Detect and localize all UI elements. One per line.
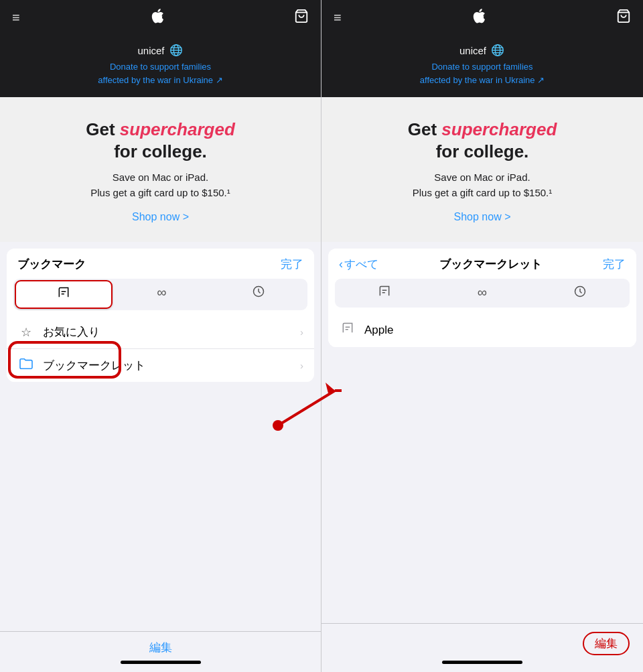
right-bag-icon[interactable] (616, 9, 631, 27)
star-icon: ☆ (17, 325, 35, 340)
left-promo-subtitle: Save on Mac or iPad. Plus get a gift car… (20, 170, 301, 200)
right-bookmark-done-button[interactable]: 完了 (603, 257, 626, 272)
bookmarklets-label: ブックマークレット (43, 358, 292, 373)
left-nav-bar: ≡ (0, 0, 321, 35)
list-item-bookmarklets[interactable]: ブックマークレット › (7, 349, 314, 382)
left-apple-logo (151, 8, 164, 27)
right-tab-reading-list[interactable]: ∞ (434, 280, 530, 306)
right-promo-subtitle: Save on Mac or iPad. Plus get a gift car… (342, 170, 623, 200)
left-bookmark-list: ☆ お気に入り › ブックマークレット › (7, 316, 314, 382)
right-banner: unicef Donate to support families affect… (322, 35, 643, 97)
back-chevron-icon: ‹ (339, 257, 343, 271)
right-panel: ≡ unicef (322, 0, 643, 672)
left-home-indicator (121, 661, 201, 664)
left-unicef-text: unicef (137, 45, 164, 56)
bookmarklets-arrow: › (300, 360, 303, 371)
left-promo: Get supercharged for college. Save on Ma… (0, 97, 321, 242)
right-bookmark-title: ブックマークレット (439, 257, 542, 272)
favorites-arrow: › (300, 326, 303, 338)
left-bookmark-tabs: ∞ (13, 279, 307, 310)
left-unicef-row: unicef (13, 43, 307, 58)
left-shop-now-link[interactable]: Shop now > (132, 211, 189, 222)
favorites-label: お気に入り (43, 324, 292, 340)
left-tab-history[interactable] (211, 280, 306, 309)
right-bookmark-panel: ‹ すべて ブックマークレット 完了 ∞ (328, 249, 636, 347)
right-promo-title: Get supercharged for college. (342, 119, 623, 162)
right-menu-icon[interactable]: ≡ (334, 10, 342, 25)
folder-icon (17, 358, 35, 373)
right-banner-donate-link[interactable]: Donate to support families affected by t… (335, 60, 630, 86)
right-bookmark-list: Apple (328, 313, 636, 347)
right-home-indicator (442, 661, 522, 664)
right-unicef-row: unicef (335, 43, 630, 58)
list-item-favorites[interactable]: ☆ お気に入り › (7, 316, 314, 349)
right-unicef-text: unicef (459, 45, 486, 56)
right-shop-now-link[interactable]: Shop now > (454, 211, 511, 222)
left-tab-bookmarks[interactable] (15, 280, 113, 309)
right-promo: Get supercharged for college. Save on Ma… (322, 97, 643, 242)
apple-label: Apple (364, 324, 393, 337)
back-label: すべて (344, 257, 378, 272)
left-bottom-bar: 編集 (0, 631, 321, 672)
left-bag-icon[interactable] (294, 9, 309, 27)
right-back-nav[interactable]: ‹ すべて (339, 257, 378, 272)
right-tab-bookmarks[interactable] (336, 280, 433, 306)
left-bookmark-title: ブックマーク (17, 257, 86, 272)
right-tab-history[interactable] (532, 280, 628, 306)
left-banner: unicef Donate to support families affect… (0, 35, 321, 97)
left-banner-donate-link[interactable]: Donate to support families affected by t… (13, 60, 307, 86)
left-edit-button[interactable]: 編集 (149, 640, 172, 655)
apple-book-icon (339, 322, 356, 338)
right-bookmark-tabs: ∞ (335, 279, 630, 308)
right-bookmark-header: ‹ すべて ブックマークレット 完了 (328, 249, 636, 276)
right-apple-logo (472, 8, 486, 27)
left-bookmark-done-button[interactable]: 完了 (281, 257, 303, 272)
right-bottom-bar: 編集 (322, 623, 643, 672)
left-bookmark-header: ブックマーク 完了 (7, 249, 314, 276)
right-edit-button-circled[interactable]: 編集 (583, 632, 630, 655)
left-menu-icon[interactable]: ≡ (12, 10, 21, 25)
left-tab-reading-list[interactable]: ∞ (114, 280, 209, 309)
left-bookmark-panel: ブックマーク 完了 ∞ (7, 249, 314, 382)
left-promo-title: Get supercharged for college. (20, 119, 301, 162)
left-panel: ≡ unicef (0, 0, 322, 672)
list-item-apple[interactable]: Apple (328, 313, 636, 347)
right-nav-bar: ≡ (322, 0, 643, 35)
